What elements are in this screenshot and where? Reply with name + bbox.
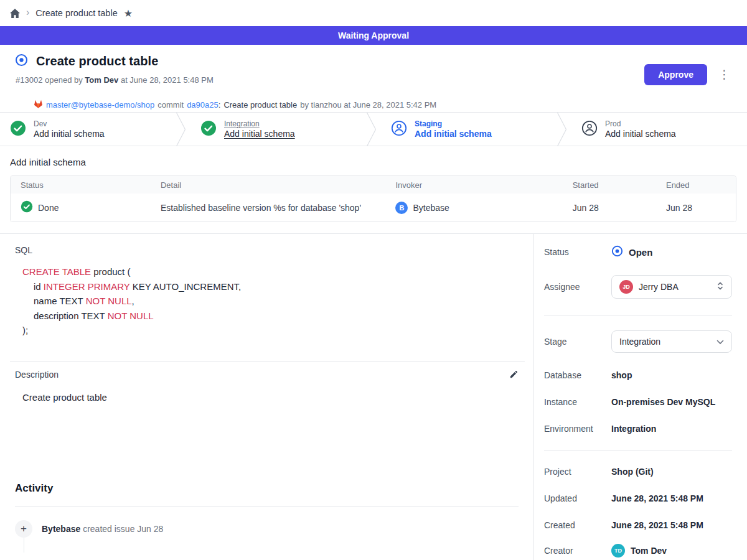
- issue-sidebar: Status Open Assignee JD Jerry DBA Stage: [534, 234, 747, 560]
- database-label: Database: [544, 370, 611, 380]
- stage-pending-person-icon: [581, 120, 598, 139]
- kebab-menu-icon[interactable]: ⋮: [716, 64, 732, 85]
- task-ended: Jun 28: [661, 194, 736, 222]
- issue-detail-main: SQL CREATE TABLE product ( id INTEGER PR…: [0, 234, 534, 560]
- stage-task-label: Add initial schema: [415, 129, 492, 139]
- sql-text: description TEXT: [34, 310, 108, 321]
- status-value: Open: [629, 247, 652, 258]
- vcs-colon: :: [218, 100, 221, 110]
- activity-divider: [15, 506, 519, 506]
- database-value[interactable]: shop: [611, 370, 632, 380]
- stage-task-label: Add initial schema: [34, 129, 105, 139]
- table-row[interactable]: Done Established baseline version %s for…: [11, 194, 736, 222]
- issue-number: #13002 opened by: [16, 75, 83, 85]
- stage-prod[interactable]: Prod Add initial schema: [568, 113, 747, 146]
- breadcrumb: › Create product table ★: [0, 0, 747, 26]
- task-started: Jun 28: [568, 194, 661, 222]
- invoker-avatar: B: [395, 202, 408, 214]
- stage-staging-current[interactable]: Staging Add initial schema: [377, 113, 557, 146]
- sql-text: name TEXT: [34, 296, 86, 306]
- activity-actor: Bytebase: [42, 524, 80, 534]
- sql-text: product (: [91, 266, 130, 277]
- sql-keyword: NOT NULL: [86, 296, 132, 306]
- stage-task-label: Add initial schema: [224, 129, 295, 139]
- description-text: Create product table: [22, 392, 519, 403]
- project-value[interactable]: Shop (Git): [611, 467, 654, 477]
- column-invoker: Invoker: [390, 176, 567, 194]
- stage-separator: [366, 113, 377, 146]
- open-status-icon: [611, 245, 623, 259]
- task-table: Status Detail Invoker Started Ended Done: [11, 176, 736, 222]
- column-ended: Ended: [661, 176, 736, 194]
- status-banner-text: Waiting Approval: [338, 30, 409, 40]
- sql-text: id: [34, 281, 44, 292]
- vcs-commit-message: Create product table: [223, 100, 297, 110]
- approve-button[interactable]: Approve: [644, 64, 707, 85]
- column-status: Status: [11, 176, 156, 194]
- issue-meta: #13002 opened by Tom Dev at June 28, 202…: [16, 75, 436, 85]
- environment-label: Environment: [544, 424, 611, 434]
- sql-text: KEY AUTO_INCREMENT,: [129, 281, 241, 292]
- pipeline-stages: Dev Add initial schema Integration Add i…: [0, 113, 747, 146]
- task-status: Done: [38, 203, 59, 213]
- vcs-commit-byline: by tianzhou at June 28, 2021 5:42 PM: [300, 100, 436, 110]
- stage-done-icon: [10, 120, 26, 139]
- activity-title: Activity: [15, 482, 519, 495]
- instance-label: Instance: [544, 397, 611, 407]
- creator-value: Tom Dev: [631, 546, 667, 556]
- instance-value[interactable]: On-premises Dev MySQL: [611, 397, 715, 407]
- stage-select-value: Integration: [619, 337, 711, 347]
- section-divider: [10, 362, 525, 362]
- star-icon[interactable]: ★: [124, 7, 133, 19]
- updated-value: June 28, 2021 5:48 PM: [611, 493, 703, 503]
- stage-env-label: Prod: [605, 119, 676, 128]
- created-label: Created: [544, 520, 611, 530]
- issue-author: Tom Dev: [85, 75, 118, 85]
- sql-keyword: INTEGER PRIMARY: [44, 281, 130, 292]
- task-section: Add initial schema Status Detail Invoker…: [0, 146, 747, 234]
- activity-timeline: [24, 538, 24, 553]
- stage-env-label: Integration: [224, 119, 295, 128]
- stage-dev[interactable]: Dev Add initial schema: [0, 113, 176, 146]
- stage-pending-person-icon: [391, 120, 407, 139]
- issue-title: Create product table: [36, 54, 158, 68]
- stage-env-label: Staging: [415, 119, 492, 128]
- stage-done-icon: [200, 120, 217, 139]
- assignee-label: Assignee: [544, 282, 611, 292]
- issue-opened-at: at June 28, 2021 5:48 PM: [121, 75, 214, 85]
- stage-select[interactable]: Integration: [611, 330, 732, 353]
- issue-header: Create product table #13002 opened by To…: [0, 45, 747, 113]
- task-invoker: Bytebase: [413, 203, 449, 213]
- sidebar-divider: [544, 315, 732, 315]
- environment-value[interactable]: Integration: [611, 424, 656, 434]
- vcs-commit-word: commit: [157, 100, 184, 110]
- sql-text: );: [22, 325, 28, 335]
- column-started: Started: [568, 176, 661, 194]
- creator-label: Creator: [544, 546, 611, 556]
- sidebar-divider: [544, 450, 732, 450]
- task-table-header-row: Status Detail Invoker Started Ended: [11, 176, 736, 194]
- done-check-icon: [21, 200, 33, 215]
- stage-env-label: Dev: [34, 119, 105, 128]
- sql-statement[interactable]: CREATE TABLE product ( id INTEGER PRIMAR…: [22, 264, 519, 338]
- stage-integration[interactable]: Integration Add initial schema: [187, 113, 366, 146]
- vcs-branch-link[interactable]: master@bytebase-demo/shop: [46, 100, 154, 110]
- stage-task-label: Add initial schema: [605, 129, 676, 139]
- sql-keyword: CREATE TABLE: [22, 266, 91, 277]
- sql-text: ,: [132, 296, 134, 306]
- breadcrumb-current: Create product table: [35, 8, 117, 18]
- activity-action: created issue Jun 28: [83, 524, 163, 534]
- sql-keyword: NOT NULL: [108, 310, 154, 321]
- assignee-avatar: JD: [619, 280, 633, 294]
- vcs-commit-hash-link[interactable]: da90a25: [187, 100, 218, 110]
- assignee-select[interactable]: JD Jerry DBA: [611, 275, 732, 299]
- breadcrumb-chevron-icon: ›: [26, 7, 29, 17]
- home-icon[interactable]: [10, 9, 20, 18]
- sql-section-label: SQL: [15, 245, 519, 255]
- activity-item: + Bytebase created issue Jun 28: [15, 520, 519, 538]
- column-detail: Detail: [156, 176, 390, 194]
- updown-chevrons-icon: [716, 281, 724, 293]
- created-value: June 28, 2021 5:48 PM: [611, 520, 703, 530]
- edit-pencil-icon[interactable]: [509, 370, 519, 379]
- status-banner: Waiting Approval: [0, 26, 747, 45]
